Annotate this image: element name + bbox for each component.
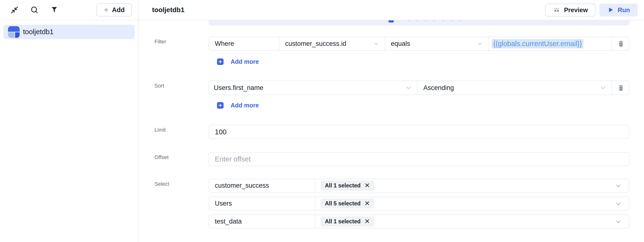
chevron-down-icon: [476, 40, 484, 47]
sort-label: Sort: [154, 83, 164, 89]
play-icon: [607, 7, 614, 13]
run-button[interactable]: Run: [600, 4, 638, 16]
offset-input[interactable]: [208, 152, 630, 166]
plus-square-icon: [217, 58, 224, 65]
plus-icon: +: [104, 6, 109, 14]
sort-row: Users.first_name Ascending: [208, 80, 630, 95]
filter-column-dropdown[interactable]: customer_success.id: [279, 37, 384, 50]
selected-columns-badge: All 1 selected ✕: [320, 181, 374, 190]
chevron-down-icon: [600, 84, 607, 92]
collapse-sidebar-icon[interactable]: [9, 4, 20, 15]
sort-add-more-button[interactable]: Add more: [217, 102, 259, 109]
table-icon: [8, 26, 20, 38]
chevron-down-icon: [614, 218, 622, 226]
sort-direction-value: Ascending: [423, 84, 454, 92]
table-list: tooljetdb1: [0, 20, 138, 44]
filter-value-code[interactable]: {{globals.currentUser.email}}: [492, 39, 584, 48]
select-row-customer-success[interactable]: customer_success All 1 selected ✕: [208, 179, 630, 192]
filter-label: Filter: [154, 38, 166, 45]
checkbox-icon: [388, 20, 394, 22]
select-label: Select: [154, 181, 169, 187]
clear-selection-icon[interactable]: ✕: [364, 218, 370, 225]
filter-operator-value: equals: [391, 40, 410, 48]
limit-input[interactable]: [208, 125, 630, 139]
search-icon[interactable]: [29, 4, 40, 15]
preview-button-label: Preview: [564, 6, 588, 14]
add-more-label: Add more: [230, 58, 259, 65]
clear-selection-icon[interactable]: ✕: [364, 182, 370, 189]
select-table-name: customer_success: [209, 179, 315, 192]
filter-operator-dropdown[interactable]: equals: [384, 37, 488, 50]
run-button-label: Run: [618, 6, 630, 14]
select-columns-area: All 1 selected ✕: [315, 179, 629, 192]
filter-delete-button[interactable]: [612, 37, 629, 50]
filter-add-more-button[interactable]: Add more: [217, 58, 259, 65]
chevron-down-icon: [372, 40, 380, 47]
eye-icon: [553, 6, 560, 14]
badge-label: All 5 selected: [325, 200, 360, 207]
sort-column-value: Users.first_name: [214, 84, 263, 92]
select-columns-area: All 5 selected ✕: [315, 197, 629, 210]
sidebar-item-tooljetdb1[interactable]: tooljetdb1: [4, 25, 134, 39]
trash-icon: [618, 84, 624, 92]
sort-delete-button[interactable]: [612, 81, 629, 94]
sidebar-header: + Add: [0, 0, 138, 20]
plus-square-icon: [217, 102, 224, 109]
chevron-down-icon: [614, 200, 622, 208]
select-row-users[interactable]: Users All 5 selected ✕: [208, 197, 630, 210]
filter-where-cell: Where: [209, 37, 279, 50]
filter-column-value: customer_success.id: [285, 40, 346, 48]
badge-label: All 1 selected: [325, 218, 360, 225]
filter-value-field[interactable]: {{globals.currentUser.email}}: [488, 37, 612, 50]
select-row-test-data[interactable]: test_data All 1 selected ✕: [208, 214, 630, 228]
sidebar: + Add tooljetdb1: [0, 0, 138, 242]
main-header: tooljetdb1 Preview: [138, 0, 644, 20]
offset-label: Offset: [154, 154, 168, 160]
chevron-down-icon: [614, 182, 622, 190]
limit-label: Limit: [154, 127, 166, 133]
select-columns-area: All 1 selected ✕: [315, 215, 629, 228]
selected-columns-badge: All 1 selected ✕: [320, 216, 374, 226]
sort-direction-dropdown[interactable]: Ascending: [417, 81, 612, 94]
add-table-button[interactable]: + Add: [96, 4, 132, 16]
add-button-label: Add: [112, 6, 125, 14]
tooljet-database-app: + Add tooljetdb1 tooljetdb1: [0, 0, 644, 242]
trash-icon: [618, 40, 624, 48]
badge-label: All 1 selected: [325, 182, 360, 189]
header-actions: Preview Run: [545, 4, 638, 16]
filter-row: Where customer_success.id equals {{globa…: [208, 36, 630, 51]
page-title: tooljetdb1: [152, 6, 184, 14]
query-builder: Filter Where customer_success.id equals: [138, 20, 644, 242]
sort-column-dropdown[interactable]: Users.first_name: [209, 81, 417, 94]
select-table-name: Users: [209, 197, 315, 210]
truncated-table-row: [208, 20, 630, 26]
table-name: tooljetdb1: [23, 28, 54, 36]
preview-button[interactable]: Preview: [545, 4, 596, 16]
selected-columns-badge: All 5 selected ✕: [320, 198, 374, 208]
chevron-down-icon: [405, 84, 412, 92]
clear-selection-icon[interactable]: ✕: [364, 200, 370, 207]
main-panel: tooljetdb1 Preview: [138, 0, 644, 242]
select-table-name: test_data: [209, 215, 315, 228]
filter-icon[interactable]: [49, 4, 60, 15]
add-more-label: Add more: [230, 102, 259, 109]
